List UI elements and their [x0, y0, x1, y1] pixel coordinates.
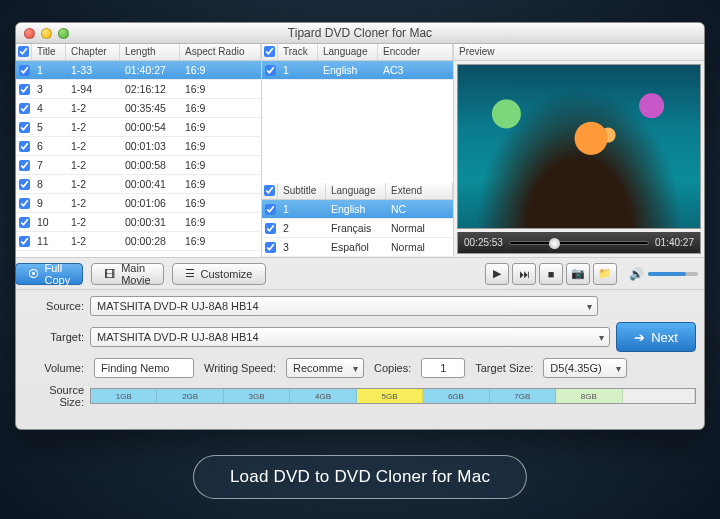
- stop-button[interactable]: ■: [539, 263, 563, 285]
- col-extend[interactable]: Extend: [386, 183, 453, 199]
- snapshot-button[interactable]: 📷: [566, 263, 590, 285]
- volume-input[interactable]: Finding Nemo: [94, 358, 194, 378]
- source-select[interactable]: MATSHITA DVD-R UJ-8A8 HB14: [90, 296, 598, 316]
- col-track[interactable]: Track: [278, 44, 318, 60]
- speed-select[interactable]: Recomme: [286, 358, 364, 378]
- row-checkbox[interactable]: [265, 242, 276, 253]
- table-row[interactable]: 2 Français Normal: [262, 219, 453, 238]
- tracks-check-all[interactable]: [264, 46, 275, 57]
- table-row[interactable]: 1 English AC3: [262, 61, 453, 80]
- table-row[interactable]: 1 1-33 01:40:27 16:9: [16, 61, 261, 80]
- cell-chapter: 1-94: [66, 83, 120, 95]
- cell-length: 00:01:06: [120, 197, 180, 209]
- table-row[interactable]: 7 1-2 00:00:58 16:9: [16, 156, 261, 175]
- open-folder-button[interactable]: 📁: [593, 263, 617, 285]
- cell-title: 10: [32, 216, 66, 228]
- cell-subtitle: 1: [278, 203, 326, 215]
- full-copy-button[interactable]: ⦿ Full Copy: [15, 263, 84, 285]
- table-row[interactable]: 8 1-2 00:00:41 16:9: [16, 175, 261, 194]
- gauge-segment: 1GB: [91, 389, 157, 403]
- col-title[interactable]: Title: [32, 44, 66, 60]
- col-subtitle[interactable]: Subtitle: [278, 183, 326, 199]
- row-checkbox[interactable]: [19, 141, 30, 152]
- col-length[interactable]: Length: [120, 44, 180, 60]
- table-row[interactable]: 5 1-2 00:00:54 16:9: [16, 118, 261, 137]
- cell-subtitle: 3: [278, 241, 326, 253]
- target-select[interactable]: MATSHITA DVD-R UJ-8A8 HB14: [90, 327, 610, 347]
- subtitles-header: Subtitle Language Extend: [262, 183, 453, 200]
- cell-aspect: 16:9: [180, 121, 261, 133]
- row-checkbox[interactable]: [265, 65, 276, 76]
- col-track-lang[interactable]: Language: [318, 44, 378, 60]
- preview-label: Preview: [454, 44, 704, 60]
- speed-label: Writing Speed:: [204, 362, 276, 374]
- app-window: Tipard DVD Cloner for Mac Title Chapter …: [15, 22, 705, 430]
- row-checkbox[interactable]: [19, 160, 30, 171]
- seek-slider[interactable]: [509, 241, 649, 245]
- audio-subtitle-pane: Track Language Encoder 1 English AC3 Sub…: [262, 44, 454, 257]
- cell-aspect: 16:9: [180, 197, 261, 209]
- row-checkbox[interactable]: [265, 204, 276, 215]
- gauge-segment: 6GB: [423, 389, 489, 403]
- target-size-select[interactable]: D5(4.35G): [543, 358, 627, 378]
- row-checkbox[interactable]: [19, 217, 30, 228]
- table-row[interactable]: 1 English NC: [262, 200, 453, 219]
- cell-chapter: 1-2: [66, 140, 120, 152]
- cell-extend: NC: [386, 203, 453, 215]
- row-checkbox[interactable]: [19, 236, 30, 247]
- folder-icon: 📁: [598, 267, 612, 280]
- film-icon: 🎞: [104, 268, 115, 280]
- main-movie-button[interactable]: 🎞 Main Movie: [91, 263, 163, 285]
- row-checkbox[interactable]: [19, 84, 30, 95]
- camera-icon: 📷: [571, 267, 585, 280]
- caption-button[interactable]: Load DVD to DVD Cloner for Mac: [193, 455, 527, 499]
- row-checkbox[interactable]: [265, 223, 276, 234]
- customize-button[interactable]: ☰ Customize: [172, 263, 266, 285]
- cell-aspect: 16:9: [180, 216, 261, 228]
- cell-extend: Normal: [386, 241, 453, 253]
- table-row[interactable]: 11 1-2 00:00:28 16:9: [16, 232, 261, 251]
- subtitles-check-all[interactable]: [264, 185, 275, 196]
- next-frame-button[interactable]: ⏭: [512, 263, 536, 285]
- source-label: Source:: [24, 300, 84, 312]
- row-checkbox[interactable]: [19, 179, 30, 190]
- table-row[interactable]: 10 1-2 00:00:31 16:9: [16, 213, 261, 232]
- seek-thumb[interactable]: [549, 238, 560, 249]
- table-row[interactable]: 9 1-2 00:01:06 16:9: [16, 194, 261, 213]
- cell-aspect: 16:9: [180, 64, 261, 76]
- copies-stepper[interactable]: 1: [421, 358, 465, 378]
- cell-length: 00:00:41: [120, 178, 180, 190]
- cell-length: 00:01:03: [120, 140, 180, 152]
- stop-icon: ■: [548, 268, 555, 280]
- cell-length: 02:16:12: [120, 83, 180, 95]
- cell-lang: English: [318, 64, 378, 76]
- window-title: Tipard DVD Cloner for Mac: [16, 26, 704, 40]
- gauge-segment: 8GB: [556, 389, 622, 403]
- row-checkbox[interactable]: [19, 122, 30, 133]
- titles-check-all[interactable]: [18, 46, 29, 57]
- cell-aspect: 16:9: [180, 235, 261, 247]
- table-row[interactable]: 4 1-2 00:35:45 16:9: [16, 99, 261, 118]
- next-button[interactable]: ➔ Next: [616, 322, 696, 352]
- table-row[interactable]: 6 1-2 00:01:03 16:9: [16, 137, 261, 156]
- row-checkbox[interactable]: [19, 103, 30, 114]
- play-icon: ▶: [493, 267, 501, 280]
- col-sub-lang[interactable]: Language: [326, 183, 386, 199]
- play-button[interactable]: ▶: [485, 263, 509, 285]
- cell-title: 9: [32, 197, 66, 209]
- table-row[interactable]: 3 1-94 02:16:12 16:9: [16, 80, 261, 99]
- gauge-segment: 4GB: [290, 389, 356, 403]
- col-encoder[interactable]: Encoder: [378, 44, 453, 60]
- gauge-segment: 7GB: [490, 389, 556, 403]
- volume-slider[interactable]: [648, 272, 698, 276]
- col-chapter[interactable]: Chapter: [66, 44, 120, 60]
- titles-header: Title Chapter Length Aspect Radio: [16, 44, 261, 61]
- table-row[interactable]: 3 Español Normal: [262, 238, 453, 257]
- col-aspect[interactable]: Aspect Radio: [180, 44, 261, 60]
- video-frame: [458, 65, 700, 228]
- preview-video[interactable]: [457, 64, 701, 229]
- row-checkbox[interactable]: [19, 198, 30, 209]
- timebar: 00:25:53 01:40:27: [457, 232, 701, 254]
- row-checkbox[interactable]: [19, 65, 30, 76]
- cell-extend: Normal: [386, 222, 453, 234]
